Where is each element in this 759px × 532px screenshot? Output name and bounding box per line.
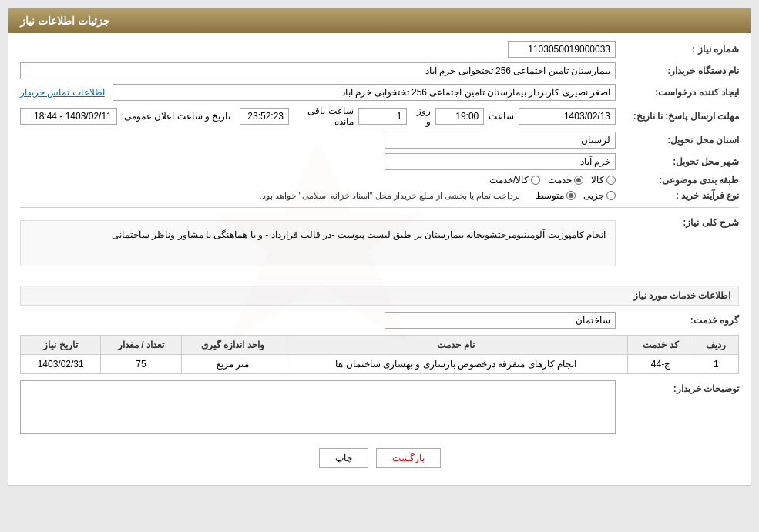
announce-label: تاریخ و ساعت اعلان عمومی: xyxy=(122,111,231,122)
col-quantity: تعداد / مقدار xyxy=(101,336,181,355)
creator-label: ایجاد کننده درخواست: xyxy=(616,87,739,98)
deadline-remaining-label: ساعت باقی مانده xyxy=(294,105,354,127)
deadline-row: مهلت ارسال پاسخ: تا تاریخ: 1403/02/13 سا… xyxy=(20,105,739,127)
deadline-day-label: روز و xyxy=(411,105,430,127)
table-row: 1ج-44انجام کارهای متفرقه درخصوص بازسازی … xyxy=(21,355,739,374)
content-area: شماره نیاز : 1103050019000033 نام دستگاه… xyxy=(8,33,751,485)
table-cell: 1 xyxy=(694,355,738,374)
deadline-remaining-input: 23:52:23 xyxy=(240,108,289,125)
group-service-value-cell: ساختمان xyxy=(20,312,616,329)
description-text: انجام کامپوزیت آلومینیومرختشویخانه بیمار… xyxy=(112,229,606,240)
page-title: جزئیات اطلاعات نیاز xyxy=(20,15,110,27)
services-section-title: اطلاعات خدمات مورد نیاز xyxy=(20,286,739,306)
page-header: جزئیات اطلاعات نیاز xyxy=(8,8,751,33)
services-table-head: ردیف کد خدمت نام خدمت واحد اندازه گیری ت… xyxy=(21,336,739,355)
announce-value-input: 1403/02/11 - 18:44 xyxy=(20,108,117,125)
need-number-label: شماره نیاز : xyxy=(616,44,739,55)
process-value-cell: جزیی متوسط پرداخت تمام یا بخشی از مبلغ خ… xyxy=(20,190,616,201)
deadline-days-input: 1 xyxy=(358,108,408,125)
description-label: شرح کلی نیاز: xyxy=(616,214,739,228)
group-service-label: گروه خدمت: xyxy=(616,315,739,326)
requester-org-input: بیمارستان تامین اجتماعی 256 تختخوابی خرم… xyxy=(20,62,616,79)
subject-label-kala: کالا xyxy=(591,175,604,186)
description-row: شرح کلی نیاز: انجام کامپوزیت آلومینیومرخ… xyxy=(20,214,739,273)
contact-link[interactable]: اطلاعات تماس خریدار xyxy=(20,87,105,98)
city-label: شهر محل تحویل: xyxy=(616,156,739,167)
back-button[interactable]: بازگشت xyxy=(376,448,441,468)
city-input: خرم آباد xyxy=(385,153,616,170)
process-label-jozi: جزیی xyxy=(583,190,604,201)
subject-option-kala[interactable]: کالا xyxy=(591,175,616,186)
process-radio-jozi[interactable] xyxy=(606,191,616,200)
process-note: پرداخت تمام یا بخشی از مبلغ خریداز محل "… xyxy=(259,191,520,201)
services-table: ردیف کد خدمت نام خدمت واحد اندازه گیری ت… xyxy=(20,335,739,374)
deadline-time-input: 19:00 xyxy=(435,108,485,125)
process-label: نوع فرآیند خرید : xyxy=(616,190,739,201)
deadline-time-label: ساعت xyxy=(489,111,514,122)
process-option-jozi[interactable]: جزیی xyxy=(583,190,616,201)
process-row: نوع فرآیند خرید : جزیی متوسط پرداخت تمام… xyxy=(20,190,739,201)
province-input: لرستان xyxy=(385,132,616,149)
table-cell: 1403/02/31 xyxy=(21,355,101,374)
process-label-motavasset: متوسط xyxy=(536,190,564,201)
table-cell: متر مربع xyxy=(181,355,284,374)
city-value-cell: خرم آباد xyxy=(20,153,616,170)
subject-radio-kala-khedmat[interactable] xyxy=(531,176,540,185)
col-row-num: ردیف xyxy=(694,336,738,355)
need-number-input: 1103050019000033 xyxy=(508,41,616,58)
subject-row: طبقه بندی موضوعی: کالا خدمت کالا/خدمت xyxy=(20,175,739,186)
creator-input: اصغر نصیری کاربردار بیمارستان تامین اجتم… xyxy=(113,84,616,101)
process-radio-motavasset[interactable] xyxy=(566,191,576,200)
table-cell: انجام کارهای متفرقه درخصوص بازسازی و بهس… xyxy=(284,355,628,374)
buyer-notes-label: توضیحات خریدار: xyxy=(616,380,739,394)
creator-row: ایجاد کننده درخواست: اصغر نصیری کاربردار… xyxy=(20,84,739,101)
city-row: شهر محل تحویل: خرم آباد xyxy=(20,153,739,170)
creator-value-cell: اصغر نصیری کاربردار بیمارستان تامین اجتم… xyxy=(20,84,616,101)
services-table-body: 1ج-44انجام کارهای متفرقه درخصوص بازسازی … xyxy=(21,355,739,374)
need-number-row: شماره نیاز : 1103050019000033 xyxy=(20,41,739,58)
col-unit: واحد اندازه گیری xyxy=(181,336,284,355)
deadline-label: مهلت ارسال پاسخ: تا تاریخ: xyxy=(616,111,739,122)
group-service-row: گروه خدمت: ساختمان xyxy=(20,312,739,329)
description-notice-box: انجام کامپوزیت آلومینیومرختشویخانه بیمار… xyxy=(20,220,616,266)
need-number-value-cell: 1103050019000033 xyxy=(20,41,616,58)
deadline-value-cell: 1403/02/13 ساعت 19:00 روز و 1 ساعت باقی … xyxy=(20,105,616,127)
deadline-date-input: 1403/02/13 xyxy=(519,108,616,125)
process-option-motavasset[interactable]: متوسط xyxy=(536,190,576,201)
province-row: استان محل تحویل: لرستان xyxy=(20,132,739,149)
subject-label-khedmat: خدمت xyxy=(548,175,572,186)
subject-radio-khedmat[interactable] xyxy=(574,176,583,185)
buyer-notes-row: توضیحات خریدار: xyxy=(20,380,739,434)
group-service-input: ساختمان xyxy=(385,312,616,329)
subject-value-cell: کالا خدمت کالا/خدمت xyxy=(20,175,616,186)
buyer-notes-value-cell xyxy=(20,380,616,434)
main-container: جزئیات اطلاعات نیاز شماره نیاز : 1103050… xyxy=(8,8,751,486)
subject-radio-kala[interactable] xyxy=(606,176,616,185)
province-label: استان محل تحویل: xyxy=(616,135,739,146)
description-value-cell: انجام کامپوزیت آلومینیومرختشویخانه بیمار… xyxy=(20,214,616,273)
requester-org-label: نام دستگاه خریدار: xyxy=(616,65,739,76)
subject-option-kala-khedmat[interactable]: کالا/خدمت xyxy=(489,175,540,186)
divider-2 xyxy=(20,279,739,279)
subject-label: طبقه بندی موضوعی: xyxy=(616,175,739,186)
services-table-header-row: ردیف کد خدمت نام خدمت واحد اندازه گیری ت… xyxy=(21,336,739,355)
col-date: تاریخ نیاز xyxy=(21,336,101,355)
print-button[interactable]: چاپ xyxy=(319,448,368,468)
col-service-name: نام خدمت xyxy=(284,336,628,355)
requester-org-row: نام دستگاه خریدار: بیمارستان تامین اجتما… xyxy=(20,62,739,79)
table-cell: ج-44 xyxy=(628,355,694,374)
table-cell: 75 xyxy=(101,355,181,374)
col-service-code: کد خدمت xyxy=(628,336,694,355)
province-value-cell: لرستان xyxy=(20,132,616,149)
buyer-notes-textarea[interactable] xyxy=(20,380,616,434)
footer-buttons: بازگشت چاپ xyxy=(20,439,739,477)
divider-1 xyxy=(20,207,739,208)
subject-label-kala-khedmat: کالا/خدمت xyxy=(489,175,529,186)
requester-org-value-cell: بیمارستان تامین اجتماعی 256 تختخوابی خرم… xyxy=(20,62,616,79)
subject-option-khedmat[interactable]: خدمت xyxy=(548,175,583,186)
